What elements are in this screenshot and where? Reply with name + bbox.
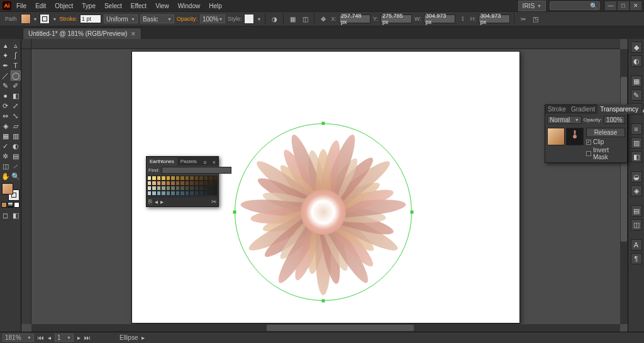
artboard-prev-icon[interactable]: ⏮ bbox=[38, 334, 44, 341]
swatch-cell[interactable] bbox=[175, 186, 180, 191]
delete-icon[interactable]: ✂ bbox=[211, 198, 216, 205]
swatch-cell[interactable] bbox=[199, 191, 203, 196]
swatch-cell[interactable] bbox=[161, 191, 165, 196]
swatch-cell[interactable] bbox=[189, 191, 194, 196]
scroll-thumb[interactable] bbox=[267, 325, 414, 331]
align-icon[interactable]: ▦ bbox=[287, 14, 297, 24]
swatch-cell[interactable] bbox=[208, 176, 213, 181]
swatch-cell[interactable] bbox=[147, 176, 152, 181]
close-icon[interactable]: ✕ bbox=[131, 31, 136, 37]
rotate-tool[interactable]: ⟳ bbox=[1, 101, 11, 111]
zoom-tool[interactable]: 🔍 bbox=[11, 171, 21, 181]
chevron-down-icon[interactable]: ▼ bbox=[52, 17, 57, 21]
shape-icon[interactable]: ◫ bbox=[300, 14, 310, 24]
symbol-tool[interactable]: ✲ bbox=[1, 151, 11, 161]
selection-handle[interactable] bbox=[233, 211, 236, 214]
swatch-cell[interactable] bbox=[170, 181, 175, 186]
selection-tool[interactable]: ▴ bbox=[1, 40, 11, 50]
swatch-cell[interactable] bbox=[208, 191, 213, 196]
swatch-cell[interactable] bbox=[213, 181, 218, 186]
fill-box[interactable] bbox=[2, 183, 13, 194]
swatch-cell[interactable] bbox=[199, 176, 203, 181]
menu-window[interactable]: Window bbox=[174, 1, 204, 11]
w-input[interactable]: 304.973 px bbox=[424, 14, 455, 23]
swatch-cell[interactable] bbox=[180, 191, 184, 196]
swatch-cell[interactable] bbox=[199, 186, 203, 191]
recolor-icon[interactable]: ◑ bbox=[269, 14, 279, 24]
free-transform-tool[interactable]: ⤡ bbox=[11, 111, 21, 121]
blend-mode-dropdown[interactable]: Normal▼ bbox=[547, 116, 582, 124]
none-mode[interactable] bbox=[14, 202, 19, 208]
close-icon[interactable]: × bbox=[210, 159, 218, 166]
swatch-cell[interactable] bbox=[199, 181, 203, 186]
menu-effect[interactable]: Effect bbox=[127, 1, 150, 11]
screen-mode[interactable]: ◻ bbox=[1, 210, 11, 220]
style-swatch[interactable] bbox=[244, 14, 254, 24]
dock-layers-icon[interactable]: ▤ bbox=[631, 205, 642, 216]
help-search[interactable]: 🔍 bbox=[550, 1, 600, 10]
ruler-horizontal[interactable] bbox=[31, 39, 620, 49]
dock-color-icon[interactable]: ◆ bbox=[631, 42, 642, 53]
prev-icon[interactable]: ◂ bbox=[155, 198, 158, 205]
direct-select-tool[interactable]: ▵ bbox=[11, 40, 21, 50]
artboard-last-icon[interactable]: ⏭ bbox=[84, 334, 91, 341]
swatch-cell[interactable] bbox=[152, 181, 156, 186]
line-tool[interactable]: ／ bbox=[1, 70, 11, 81]
swatch-tab-pastels[interactable]: Pastels bbox=[177, 157, 200, 166]
dock-stroke-icon[interactable]: ≡ bbox=[631, 123, 642, 135]
scrollbar-horizontal[interactable] bbox=[31, 324, 620, 332]
tab-gradient[interactable]: Gradient bbox=[569, 104, 597, 114]
window-minimize[interactable]: — bbox=[605, 1, 616, 10]
mask-thumb-mask[interactable] bbox=[566, 128, 584, 145]
ruler-origin[interactable] bbox=[21, 39, 31, 49]
status-menu-icon[interactable]: ▸ bbox=[142, 334, 145, 341]
swatch-cell[interactable] bbox=[157, 176, 161, 181]
swatch-cell[interactable] bbox=[175, 191, 180, 196]
swatch-cell[interactable] bbox=[170, 176, 175, 181]
swatch-cell[interactable] bbox=[204, 181, 208, 186]
fill-stroke-control[interactable] bbox=[2, 183, 19, 201]
swatch-cell[interactable] bbox=[213, 191, 218, 196]
swatch-cell[interactable] bbox=[161, 181, 165, 186]
document-tab[interactable]: Untitled-1* @ 181% (RGB/Preview) ✕ bbox=[23, 28, 142, 39]
h-input[interactable]: 304.973 px bbox=[479, 14, 510, 23]
swatch-cell[interactable] bbox=[157, 191, 161, 196]
shape-builder-tool[interactable]: ◈ bbox=[1, 121, 11, 131]
dock-paragraph-icon[interactable]: ¶ bbox=[631, 253, 642, 264]
gradient-tool[interactable]: ▥ bbox=[11, 131, 21, 141]
swatch-cell[interactable] bbox=[152, 176, 156, 181]
edit-icon[interactable]: ◳ bbox=[531, 14, 541, 24]
next-icon[interactable]: ▸ bbox=[160, 198, 164, 205]
mask-thumb-artwork[interactable] bbox=[547, 128, 565, 145]
swatch-cell[interactable] bbox=[204, 176, 208, 181]
scrollbar-vertical[interactable] bbox=[620, 49, 628, 324]
transform-icon[interactable]: ✥ bbox=[318, 14, 328, 24]
swatch-cell[interactable] bbox=[194, 181, 199, 186]
dock-transparency-icon[interactable]: ◧ bbox=[631, 151, 642, 162]
stroke-weight-input[interactable]: 1 pt bbox=[80, 14, 101, 23]
dock-brushes-icon[interactable]: ✎ bbox=[631, 89, 642, 101]
artboard-tool[interactable]: ◫ bbox=[1, 161, 11, 171]
swatch-cell[interactable] bbox=[147, 191, 152, 196]
swatch-cell[interactable] bbox=[180, 176, 184, 181]
pencil-tool[interactable]: ✐ bbox=[11, 81, 21, 91]
width-tool[interactable]: ⇔ bbox=[1, 111, 11, 121]
menu-file[interactable]: File bbox=[13, 1, 30, 11]
swatch-cell[interactable] bbox=[189, 176, 194, 181]
dock-graphic-styles-icon[interactable]: ◈ bbox=[631, 185, 642, 196]
swatch-cell[interactable] bbox=[204, 191, 208, 196]
swatch-cell[interactable] bbox=[175, 181, 180, 186]
selection-handle[interactable] bbox=[322, 122, 325, 125]
swatch-cell[interactable] bbox=[147, 186, 152, 191]
swatch-cell[interactable] bbox=[180, 186, 184, 191]
swatch-cell[interactable] bbox=[208, 186, 213, 191]
chevron-down-icon[interactable]: ▼ bbox=[257, 17, 261, 21]
selection-handle[interactable] bbox=[322, 300, 325, 303]
menu-object[interactable]: Object bbox=[51, 1, 77, 11]
window-close[interactable]: ✕ bbox=[630, 1, 641, 10]
lasso-tool[interactable]: ʃ bbox=[11, 50, 21, 60]
pen-tool[interactable]: ✒ bbox=[1, 60, 11, 70]
swatch-cell[interactable] bbox=[180, 181, 184, 186]
opacity-input[interactable]: 100% bbox=[604, 116, 625, 124]
clip-checkbox[interactable]: ✓ bbox=[586, 140, 591, 145]
